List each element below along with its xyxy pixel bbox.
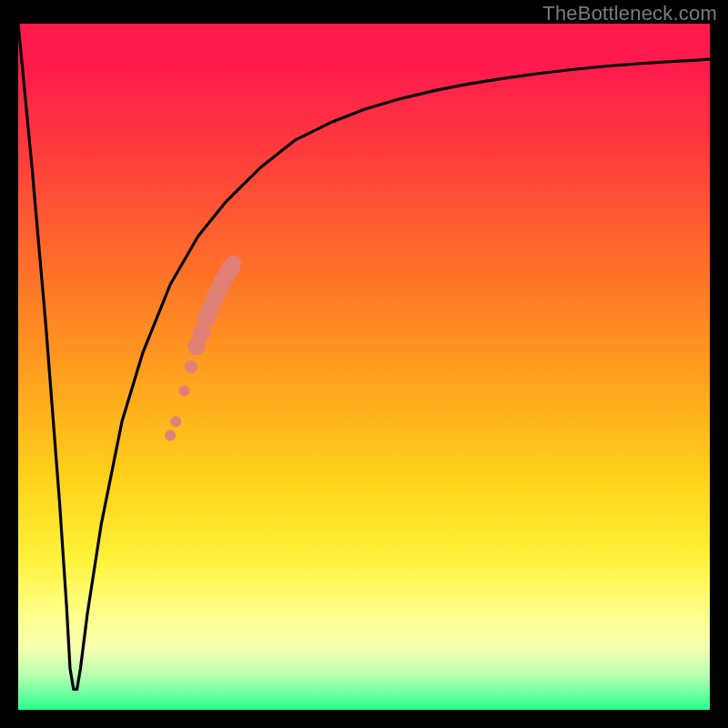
marker-dot: [227, 255, 241, 269]
marker-dot: [170, 416, 181, 427]
curve-svg: [18, 24, 710, 710]
marker-dot: [165, 430, 176, 440]
marker-dot: [185, 360, 197, 373]
bottleneck-curve: [18, 24, 710, 689]
highlighted-markers: [165, 255, 241, 440]
plot-area: [18, 24, 710, 710]
attribution-label: TheBottleneck.com: [542, 2, 717, 25]
chart-frame: TheBottleneck.com: [0, 0, 728, 728]
marker-dot: [178, 385, 189, 396]
